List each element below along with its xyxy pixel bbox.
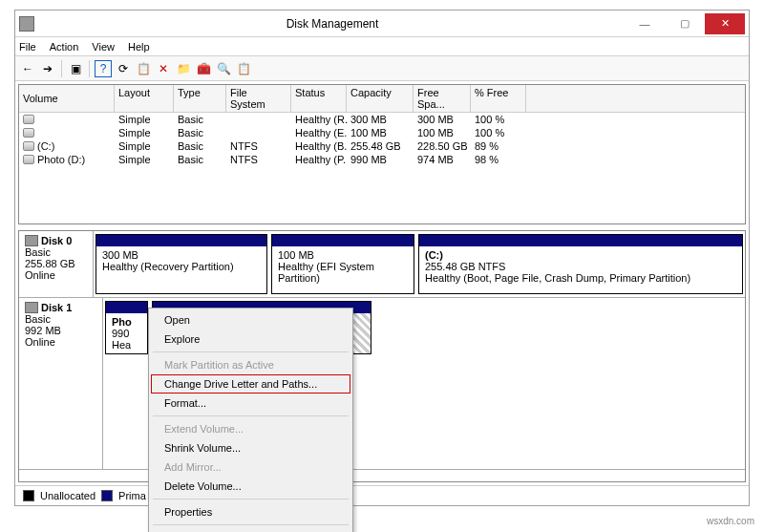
- disk-info[interactable]: Disk 1Basic992 MBOnline: [19, 298, 103, 469]
- partition-content: Pho990Hea: [106, 313, 147, 353]
- separator: [61, 60, 62, 77]
- menubar: File Action View Help: [15, 37, 749, 56]
- menu-item-help[interactable]: Help: [151, 528, 350, 532]
- vol-status: Healthy (R...: [291, 113, 347, 126]
- table-row[interactable]: SimpleBasicHealthy (R...300 MB300 MB100 …: [19, 113, 745, 126]
- disk-icon: [25, 302, 38, 313]
- disk-graphic-pane: Disk 0Basic255.88 GBOnline300 MBHealthy …: [18, 230, 746, 482]
- forward-button[interactable]: ➔: [39, 60, 56, 77]
- help-button[interactable]: ?: [95, 60, 112, 77]
- minimize-button[interactable]: —: [625, 13, 665, 34]
- vol-type: Basic: [174, 126, 226, 139]
- vol-cap: 255.48 GB: [347, 139, 414, 153]
- tool-btn-2[interactable]: 📋: [135, 60, 152, 77]
- view-button[interactable]: ▣: [67, 60, 84, 77]
- disk-icon: [23, 128, 34, 138]
- menu-item-open[interactable]: Open: [151, 310, 350, 330]
- vol-fs: [226, 126, 291, 139]
- vol-status: Healthy (P...: [291, 153, 347, 166]
- legend: Unallocated Prima: [15, 485, 749, 505]
- vol-pfree: 100 %: [471, 113, 526, 126]
- menu-item-add-mirror: Add Mirror...: [151, 458, 350, 477]
- vol-free: 228.50 GB: [414, 139, 471, 153]
- vol-layout: Simple: [115, 153, 174, 166]
- vol-status: Healthy (E...: [291, 126, 347, 139]
- vol-free: 300 MB: [414, 113, 471, 126]
- partition[interactable]: Pho990Hea: [105, 301, 148, 354]
- vol-type: Basic: [174, 153, 226, 166]
- vol-pfree: 98 %: [471, 153, 526, 166]
- col-capacity[interactable]: Capacity: [347, 85, 414, 112]
- partition-header: [419, 235, 742, 246]
- disk-icon: [23, 141, 34, 151]
- vol-layout: Simple: [115, 126, 174, 139]
- vol-type: Basic: [174, 113, 226, 126]
- partition-content: 100 MBHealthy (EFI System Partition): [272, 246, 414, 293]
- menu-item-mark-partition-as-active: Mark Partition as Active: [151, 355, 350, 374]
- separator: [89, 60, 90, 77]
- disk-icon: [25, 235, 38, 246]
- app-icon: [19, 16, 34, 32]
- maximize-button[interactable]: ▢: [665, 13, 705, 34]
- menu-item-explore[interactable]: Explore: [151, 330, 350, 349]
- legend-primary: Prima: [118, 490, 146, 501]
- vol-free: 974 MB: [414, 153, 471, 166]
- vol-type: Basic: [174, 139, 226, 153]
- vol-free: 100 MB: [414, 126, 471, 139]
- menu-help[interactable]: Help: [128, 41, 150, 53]
- tool-btn-4[interactable]: 🧰: [195, 60, 212, 77]
- window-controls: — ▢ ✕: [625, 13, 745, 34]
- vol-cap: 300 MB: [347, 113, 414, 126]
- disk-row: Disk 1Basic992 MBOnlinePho990Hea: [19, 298, 745, 470]
- menu-item-change-drive-letter-and-paths[interactable]: Change Drive Letter and Paths...: [151, 374, 350, 394]
- vol-fs: [226, 113, 291, 126]
- partition-content: 300 MBHealthy (Recovery Partition): [96, 246, 266, 293]
- menu-item-format[interactable]: Format...: [151, 394, 350, 413]
- menu-separator: [153, 499, 349, 500]
- disk-icon: [23, 155, 34, 164]
- menu-view[interactable]: View: [92, 41, 115, 53]
- back-button[interactable]: ←: [19, 60, 36, 77]
- vol-name: Photo (D:): [37, 154, 85, 165]
- table-row[interactable]: SimpleBasicHealthy (E...100 MB100 MB100 …: [19, 126, 745, 139]
- disk-info[interactable]: Disk 0Basic255.88 GBOnline: [19, 231, 94, 297]
- menu-separator: [153, 524, 349, 525]
- tool-btn-5[interactable]: 🔍: [215, 60, 232, 77]
- partition-area: 300 MBHealthy (Recovery Partition)100 MB…: [94, 231, 745, 297]
- context-menu: OpenExploreMark Partition as ActiveChang…: [148, 308, 353, 532]
- col-volume[interactable]: Volume: [19, 85, 115, 112]
- partition[interactable]: 300 MBHealthy (Recovery Partition): [96, 234, 267, 294]
- menu-file[interactable]: File: [19, 41, 36, 53]
- vol-fs: NTFS: [226, 153, 291, 166]
- menu-action[interactable]: Action: [50, 41, 79, 53]
- vol-name: (C:): [37, 140, 54, 152]
- tool-btn-3[interactable]: 📁: [175, 60, 192, 77]
- vol-pfree: 100 %: [471, 126, 526, 139]
- table-header: Volume Layout Type File System Status Ca…: [19, 85, 745, 113]
- vol-status: Healthy (B...: [291, 139, 347, 153]
- col-status[interactable]: Status: [291, 85, 347, 112]
- tool-btn-1[interactable]: ⟳: [115, 60, 132, 77]
- partition-header: [272, 235, 414, 246]
- table-row[interactable]: (C:)SimpleBasicNTFSHealthy (B...255.48 G…: [19, 139, 745, 153]
- partition[interactable]: 100 MBHealthy (EFI System Partition): [271, 234, 414, 294]
- tool-btn-cancel[interactable]: ✕: [155, 60, 172, 77]
- legend-swatch-unallocated: [23, 490, 34, 501]
- menu-item-properties[interactable]: Properties: [151, 502, 350, 521]
- table-row[interactable]: Photo (D:)SimpleBasicNTFSHealthy (P...99…: [19, 153, 745, 166]
- menu-item-delete-volume[interactable]: Delete Volume...: [151, 477, 350, 496]
- col-free[interactable]: Free Spa...: [414, 85, 471, 112]
- col-layout[interactable]: Layout: [115, 85, 174, 112]
- col-fs[interactable]: File System: [226, 85, 291, 112]
- col-pfree[interactable]: % Free: [471, 85, 526, 112]
- vol-fs: NTFS: [226, 139, 291, 153]
- vol-pfree: 89 %: [471, 139, 526, 153]
- partition-content: (C:)255.48 GB NTFSHealthy (Boot, Page Fi…: [419, 246, 742, 293]
- col-type[interactable]: Type: [174, 85, 226, 112]
- menu-item-shrink-volume[interactable]: Shrink Volume...: [151, 438, 350, 458]
- window-title: Disk Management: [40, 17, 625, 31]
- vol-layout: Simple: [115, 139, 174, 153]
- tool-btn-6[interactable]: 📋: [235, 60, 252, 77]
- partition[interactable]: (C:)255.48 GB NTFSHealthy (Boot, Page Fi…: [418, 234, 743, 294]
- close-button[interactable]: ✕: [705, 13, 745, 34]
